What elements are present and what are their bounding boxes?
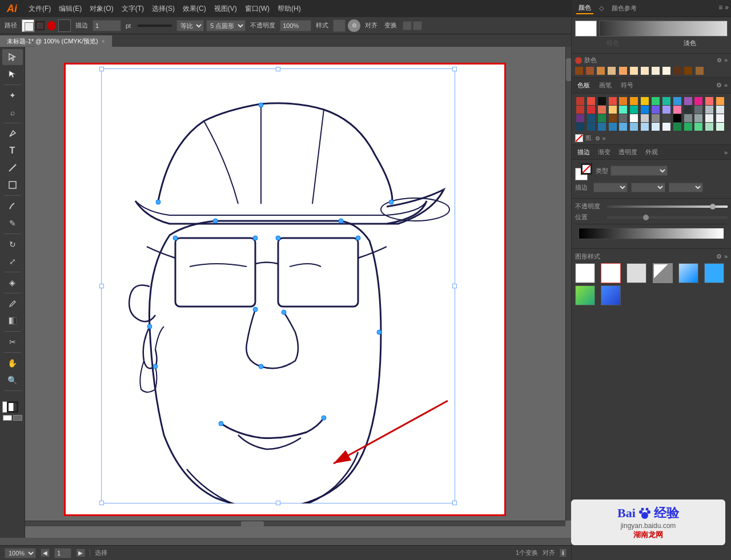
lasso-tool[interactable]: ⌕ (2, 104, 23, 120)
point-type-select[interactable]: 5 点圆形 (206, 20, 246, 31)
c-71[interactable] (684, 123, 692, 131)
figure-settings-btn[interactable]: ⚙ (716, 253, 722, 260)
shape-tool[interactable] (2, 177, 23, 193)
swatches-expand-btn[interactable]: » (724, 82, 728, 89)
c-44[interactable] (609, 114, 617, 122)
tab-close-btn[interactable]: × (102, 38, 105, 45)
gradient-tab[interactable]: 渐变 (596, 147, 613, 158)
skin-color-5[interactable] (619, 67, 627, 75)
position-slider-track[interactable] (607, 213, 728, 221)
stroke-swatch[interactable]: ⬚ (35, 21, 45, 30)
transform-btn2[interactable] (413, 21, 422, 30)
stroke-color-indicator[interactable] (47, 21, 56, 30)
c-34[interactable] (716, 106, 724, 114)
c-73[interactable] (705, 123, 713, 131)
c-61[interactable] (576, 123, 584, 131)
c-45[interactable] (619, 114, 627, 122)
skin-color-2[interactable] (586, 67, 594, 75)
canvas-area[interactable] (25, 47, 571, 538)
scrollbar-horizontal[interactable] (25, 521, 565, 526)
blend-tool[interactable]: ◈ (2, 275, 23, 291)
skin-color-6[interactable] (630, 67, 638, 75)
menu-help[interactable]: 帮助(H) (274, 3, 304, 15)
c-63[interactable] (598, 123, 606, 131)
scissors-tool[interactable]: ✂ (2, 334, 23, 350)
direct-selection-tool[interactable] (2, 66, 23, 82)
skin-color-10[interactable] (673, 67, 681, 75)
c-70[interactable] (673, 123, 681, 131)
c-32[interactable] (694, 106, 702, 114)
eyedropper-tool[interactable] (2, 296, 23, 312)
panel-expand-btn[interactable]: » (725, 3, 729, 11)
c-33[interactable] (705, 106, 713, 114)
pencil-tool[interactable]: ✎ (2, 215, 23, 231)
swatches-tab[interactable]: 色板 (575, 80, 592, 91)
figure-style-7[interactable] (575, 285, 595, 305)
c-72[interactable] (694, 123, 702, 131)
c-47[interactable] (652, 114, 660, 122)
c-46[interactable] (641, 114, 649, 122)
figure-style-8[interactable] (601, 285, 621, 305)
transparency-tab[interactable]: 透明度 (616, 147, 640, 158)
color-black[interactable] (598, 97, 606, 105)
menu-window[interactable]: 窗口(W) (242, 3, 273, 15)
figure-style-3[interactable] (626, 263, 646, 283)
color-red2[interactable] (609, 97, 617, 105)
color-tab[interactable]: 颜色 (576, 2, 593, 14)
scrollbar-vertical[interactable] (565, 47, 571, 521)
c-22[interactable] (587, 106, 595, 114)
effect-expand-btn[interactable]: » (724, 149, 728, 156)
menu-object[interactable]: 对象(O) (86, 3, 117, 15)
c-65[interactable] (619, 123, 627, 131)
c-69[interactable] (662, 123, 670, 131)
style-preview[interactable] (333, 19, 346, 32)
c-43[interactable] (598, 114, 606, 122)
c-31[interactable] (684, 106, 692, 114)
c-23[interactable] (598, 106, 606, 114)
c-74[interactable] (716, 123, 724, 131)
info-btn[interactable]: ℹ (560, 549, 567, 557)
swatches-settings-btn[interactable]: ⚙ (716, 82, 722, 89)
color-green[interactable] (652, 97, 660, 105)
type-dropdown[interactable] (610, 166, 668, 176)
menu-type[interactable]: 文字(T) (118, 3, 147, 15)
c-26[interactable] (630, 106, 638, 114)
c-white[interactable] (630, 114, 638, 122)
color-purple[interactable] (684, 97, 692, 105)
scrollbar-thumb-h[interactable] (241, 521, 264, 527)
document-tab[interactable]: 未标题-1* @ 100% (CMYK/预览) × (0, 35, 113, 47)
skin-expand-btn[interactable]: » (724, 57, 728, 63)
panel-options-btn[interactable]: ≡ (718, 3, 722, 11)
pen-tool[interactable] (2, 126, 23, 142)
selection-tool[interactable] (2, 49, 23, 65)
settings-btn[interactable]: ⚙ (348, 19, 360, 32)
color-yellow-orange[interactable] (630, 97, 638, 105)
menu-select[interactable]: 选择(S) (148, 3, 178, 15)
swatch-settings-btn[interactable]: ⚙ (595, 135, 600, 142)
swatch-expand-btn[interactable]: » (603, 135, 606, 142)
normal-view-btn[interactable] (3, 415, 12, 421)
transform-btn[interactable] (403, 21, 412, 30)
stroke-tab[interactable]: 描边 (575, 147, 592, 158)
c-28[interactable] (652, 106, 660, 114)
magic-wand-tool[interactable]: ✦ (2, 87, 23, 103)
stroke-end-select[interactable] (631, 183, 665, 192)
stroke-position-select[interactable] (593, 183, 628, 192)
c-62[interactable] (587, 123, 595, 131)
scale-tool[interactable]: ⤢ (2, 253, 23, 269)
c-67[interactable] (641, 123, 649, 131)
menu-file[interactable]: 文件(F) (25, 3, 54, 15)
c-64[interactable] (609, 123, 617, 131)
c-49[interactable] (684, 114, 692, 122)
zoom-select[interactable]: 100% 50% 200% (5, 548, 36, 558)
skin-color-3[interactable] (597, 67, 605, 75)
figure-style-1[interactable] (575, 263, 595, 283)
stroke-indicator[interactable] (7, 401, 18, 413)
figure-style-6[interactable] (704, 263, 724, 283)
skin-color-11[interactable] (684, 67, 692, 75)
c-25[interactable] (619, 106, 627, 114)
color-light-red[interactable] (705, 97, 713, 105)
rotate-tool[interactable]: ↻ (2, 236, 23, 252)
preview-view-btn[interactable] (13, 415, 22, 421)
figure-style-4[interactable] (653, 263, 673, 283)
